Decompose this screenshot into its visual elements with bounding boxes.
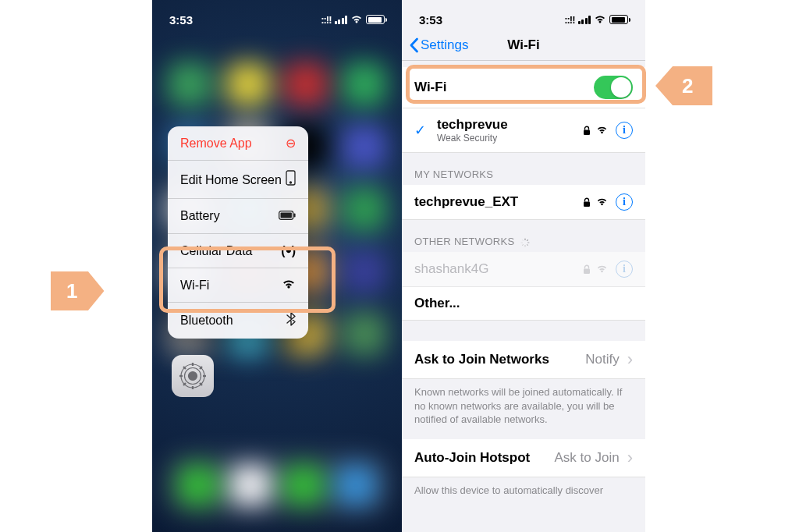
menu-cellular[interactable]: Cellular Data (ꔷ) [168, 234, 308, 268]
svg-rect-20 [527, 242, 530, 243]
menu-remove-app[interactable]: Remove App ⊖ [168, 126, 308, 161]
battery-icon [609, 15, 628, 24]
svg-rect-3 [281, 213, 292, 218]
cellular-icon: (ꔷ) [281, 243, 296, 258]
svg-rect-19 [527, 239, 528, 240]
signal-icon [578, 16, 591, 24]
auto-hotspot-label: Auto-Join Hotspot [414, 450, 530, 466]
menu-bluetooth[interactable]: Bluetooth [168, 303, 308, 339]
auto-hotspot-row[interactable]: Auto-Join Hotspot Ask to Join › [402, 439, 645, 477]
callout-2: 2 [655, 66, 712, 105]
menu-label: Remove App [180, 136, 252, 151]
menu-label: Bluetooth [180, 313, 233, 328]
svg-rect-16 [584, 129, 590, 135]
ask-join-footer: Known networks will be joined automatica… [402, 379, 645, 439]
menu-label: Edit Home Screen [180, 172, 282, 187]
other-network-button[interactable]: Other... [402, 287, 645, 321]
menu-label: Wi-Fi [180, 278, 209, 293]
wifi-label: Wi-Fi [414, 80, 446, 95]
network-ssid: techprevue_EXT [414, 194, 518, 210]
network-security: Weak Security [437, 133, 508, 144]
wifi-icon [594, 15, 606, 24]
network-ssid: shashank4G [414, 261, 488, 277]
menu-battery[interactable]: Battery [168, 199, 308, 233]
lock-icon [583, 126, 591, 136]
svg-rect-4 [294, 214, 296, 218]
back-button[interactable]: Settings [410, 37, 468, 53]
ask-join-label: Ask to Join Networks [414, 352, 549, 367]
callout-1: 1 [51, 271, 104, 310]
menu-label: Battery [180, 208, 220, 223]
settings-app-icon[interactable] [172, 355, 214, 397]
wifi-toggle[interactable] [594, 76, 633, 99]
status-indicators: ::!! [321, 14, 385, 26]
battery-icon [279, 208, 296, 223]
svg-rect-22 [525, 245, 526, 247]
chevron-left-icon [410, 37, 419, 53]
status-time: 3:53 [169, 13, 193, 27]
context-menu: Remove App ⊖ Edit Home Screen Battery Ce… [168, 126, 308, 339]
connected-network-row[interactable]: ✓ techprevue Weak Security i [402, 108, 645, 153]
lock-icon [583, 197, 591, 207]
page-title: Wi-Fi [507, 37, 539, 53]
menu-edit-home[interactable]: Edit Home Screen [168, 161, 308, 199]
other-networks-header: OTHER NETWORKS [402, 220, 645, 252]
svg-point-1 [290, 182, 292, 183]
svg-point-7 [189, 372, 197, 381]
status-indicators: ::!! [564, 14, 628, 26]
chevron-right-icon: › [627, 448, 633, 468]
wifi-icon [596, 264, 608, 274]
phone-home-screen: 3:53 ::!! Remove App ⊖ Edit Home Screen … [152, 0, 402, 532]
network-ssid: techprevue [437, 117, 508, 133]
auto-hotspot-footer: Allow this device to automatically disco… [402, 477, 645, 510]
wifi-icon [596, 197, 608, 207]
battery-icon [366, 15, 385, 24]
svg-rect-18 [525, 238, 526, 240]
info-button[interactable]: i [616, 122, 633, 139]
wifi-icon [596, 126, 608, 135]
svg-rect-24 [521, 242, 524, 243]
svg-rect-25 [522, 239, 524, 240]
callout-number: 2 [655, 66, 712, 105]
status-bar: 3:53 ::!! [402, 0, 645, 30]
info-button[interactable]: i [616, 261, 633, 278]
status-time: 3:53 [419, 13, 442, 27]
wifi-toggle-row: Wi-Fi [402, 67, 645, 108]
spinner-icon [520, 238, 530, 247]
settings-content: Wi-Fi ✓ techprevue Weak Security i MY NE… [402, 61, 645, 532]
other-network-row[interactable]: shashank4G i [402, 252, 645, 287]
phone-wifi-settings: 3:53 ::!! Settings Wi-Fi Wi-Fi ✓ techpre… [402, 0, 645, 532]
auto-hotspot-value: Ask to Join [555, 450, 620, 466]
other-label: Other... [414, 296, 460, 311]
bluetooth-icon [286, 312, 296, 329]
wifi-icon [282, 278, 296, 293]
menu-wifi[interactable]: Wi-Fi [168, 268, 308, 303]
my-networks-header: MY NETWORKS [402, 153, 645, 185]
my-network-row[interactable]: techprevue_EXT i [402, 185, 645, 220]
ask-join-value: Notify [585, 352, 619, 367]
svg-rect-17 [584, 201, 590, 207]
remove-icon: ⊖ [286, 136, 296, 151]
svg-rect-23 [522, 243, 524, 245]
menu-label: Cellular Data [180, 243, 252, 258]
svg-rect-21 [527, 243, 528, 245]
gear-icon [178, 361, 208, 391]
edit-home-icon [286, 170, 296, 189]
nav-bar: Settings Wi-Fi [402, 30, 645, 61]
ask-join-row[interactable]: Ask to Join Networks Notify › [402, 341, 645, 379]
back-label: Settings [421, 37, 468, 53]
status-bar: 3:53 ::!! [152, 0, 402, 30]
lock-icon [583, 264, 591, 275]
info-button[interactable]: i [616, 193, 633, 211]
wifi-icon [350, 15, 363, 24]
callout-number: 1 [51, 271, 104, 310]
chevron-right-icon: › [627, 349, 633, 370]
signal-icon [335, 16, 348, 24]
svg-rect-26 [584, 268, 590, 274]
checkmark-icon: ✓ [414, 122, 426, 139]
